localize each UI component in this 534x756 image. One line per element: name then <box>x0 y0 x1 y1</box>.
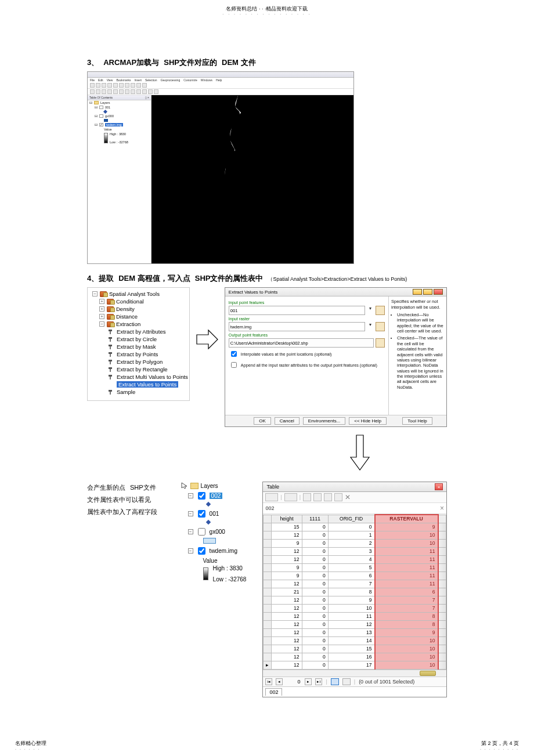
toc-result[interactable]: Layers −002 −001 −gx000 −twdem.img Value… <box>181 482 252 583</box>
environments-button[interactable]: Environments... <box>303 417 346 425</box>
cell-height[interactable]: 9 <box>272 563 302 571</box>
cell-1111[interactable]: 0 <box>302 628 328 636</box>
menu-windows[interactable]: Windows <box>201 78 212 82</box>
arcmap-toolbar[interactable] <box>88 82 353 89</box>
hide-help-button[interactable]: << Hide Help <box>349 417 387 425</box>
close-icon[interactable] <box>434 289 443 295</box>
cell-orig-fid[interactable]: 6 <box>328 571 374 580</box>
menu-selection[interactable]: Selection <box>145 78 157 82</box>
layer-001[interactable]: 001 <box>105 106 110 109</box>
cell-1111[interactable]: 0 <box>302 547 328 555</box>
cell-height[interactable]: 12 <box>272 596 302 604</box>
cell-rastervalu[interactable]: 9 <box>375 523 438 531</box>
prev-record-button[interactable]: ◂ <box>276 678 283 685</box>
layer-twdem[interactable]: twdem.img <box>105 123 123 126</box>
row-selector[interactable] <box>264 645 272 653</box>
row-selector[interactable] <box>264 523 272 531</box>
delete-icon[interactable]: ✕ <box>345 493 351 501</box>
cell-height[interactable]: 12 <box>272 661 302 669</box>
collapse-icon[interactable]: − <box>188 529 193 534</box>
tool-extract-values-to-points[interactable]: Extract Values to Points <box>89 381 188 388</box>
menu-help[interactable]: Help <box>216 78 222 82</box>
row-selector[interactable] <box>264 604 272 612</box>
row-selector[interactable] <box>264 612 272 620</box>
toolbox-root[interactable]: Spatial Analyst Tools <box>109 291 160 297</box>
toolset-conditional[interactable]: Conditional <box>116 298 144 305</box>
chk-append[interactable] <box>231 362 237 368</box>
collapse-icon[interactable]: − <box>92 291 98 296</box>
table-row[interactable]: 90210 <box>264 539 446 547</box>
collapse-icon[interactable]: − <box>188 511 193 516</box>
row-selector[interactable] <box>264 531 272 539</box>
browse-icon[interactable] <box>376 306 385 315</box>
cell-1111[interactable]: 0 <box>302 661 328 669</box>
collapse-icon[interactable]: − <box>188 548 193 554</box>
cell-height[interactable]: 12 <box>272 604 302 612</box>
table-row[interactable]: 12097 <box>264 596 446 604</box>
cell-1111[interactable]: 0 <box>302 620 328 628</box>
tool-sample[interactable]: Sample <box>89 388 188 396</box>
first-record-button[interactable]: ı◂ <box>265 678 272 685</box>
cell-orig-fid[interactable]: 17 <box>328 661 374 669</box>
cell-orig-fid[interactable]: 7 <box>328 580 374 588</box>
next-record-button[interactable]: ▸ <box>305 678 312 685</box>
cell-rastervalu[interactable]: 9 <box>375 628 438 636</box>
col-1111[interactable]: 1111 <box>302 515 328 523</box>
current-record[interactable]: 0 <box>286 679 301 685</box>
cancel-button[interactable]: Cancel <box>275 417 300 425</box>
toc-pin-icon[interactable]: ▯ × <box>145 96 149 99</box>
expand-icon[interactable]: + <box>99 306 104 312</box>
table-row[interactable]: 90511 <box>264 563 446 571</box>
menu-file[interactable]: File <box>90 78 95 82</box>
cell-rastervalu[interactable]: 10 <box>375 531 438 539</box>
menu-bookmarks[interactable]: Bookmarks <box>116 78 131 82</box>
tool-extract-by-points[interactable]: Extract by Points <box>89 350 188 358</box>
switch-selection-icon[interactable] <box>313 493 322 501</box>
col-height[interactable]: height <box>272 515 302 523</box>
clear-selection-icon[interactable] <box>324 493 332 501</box>
input-raster-field[interactable] <box>229 322 365 331</box>
table-row[interactable]: 120139 <box>264 628 446 636</box>
cell-rastervalu[interactable]: 11 <box>375 555 438 563</box>
cell-height[interactable]: 12 <box>272 580 302 588</box>
select-by-attributes-icon[interactable] <box>303 493 311 501</box>
cell-orig-fid[interactable]: 16 <box>328 653 374 661</box>
cell-1111[interactable]: 0 <box>302 563 328 571</box>
cell-orig-fid[interactable]: 0 <box>328 523 374 531</box>
cell-1111[interactable]: 0 <box>302 636 328 645</box>
row-selector[interactable] <box>264 580 272 588</box>
table-row[interactable]: 120128 <box>264 620 446 628</box>
menu-view[interactable]: View <box>107 78 113 82</box>
expand-icon[interactable]: + <box>99 314 104 319</box>
cell-1111[interactable]: 0 <box>302 604 328 612</box>
tool-help-button[interactable]: Tool Help <box>402 417 432 425</box>
cell-rastervalu[interactable]: 11 <box>375 563 438 571</box>
cell-1111[interactable]: 0 <box>302 523 328 531</box>
cell-height[interactable]: 12 <box>272 653 302 661</box>
cell-height[interactable]: 9 <box>272 539 302 547</box>
tool-extract-by-polygon[interactable]: Extract by Polygon <box>89 358 188 366</box>
row-selector[interactable] <box>264 596 272 604</box>
cell-height[interactable]: 12 <box>272 531 302 539</box>
zoom-selected-icon[interactable] <box>334 493 342 501</box>
col-rastervalu[interactable]: RASTERVALU <box>375 515 438 523</box>
cell-1111[interactable]: 0 <box>302 531 328 539</box>
table-row[interactable]: 120118 <box>264 612 446 620</box>
table-row[interactable]: 1201410 <box>264 636 446 645</box>
toolset-density[interactable]: Density <box>116 306 135 312</box>
show-all-button[interactable] <box>331 678 339 685</box>
layer-002-chk[interactable] <box>198 492 205 500</box>
row-selector[interactable] <box>264 620 272 628</box>
table-row[interactable]: 120711 <box>264 580 446 588</box>
cell-height[interactable]: 12 <box>272 628 302 636</box>
cell-rastervalu[interactable]: 10 <box>375 539 438 547</box>
cell-1111[interactable]: 0 <box>302 555 328 563</box>
menu-insert[interactable]: Insert <box>134 78 142 82</box>
output-field[interactable] <box>229 338 374 348</box>
cell-orig-fid[interactable]: 14 <box>328 636 374 645</box>
cell-orig-fid[interactable]: 1 <box>328 531 374 539</box>
arcmap-toc[interactable]: Table Of Contents▯ × ⊟Layers ⊟001 ⊟gx000… <box>88 95 151 263</box>
table-row[interactable]: 120411 <box>264 555 446 563</box>
tool-extract-by-circle[interactable]: Extract by Circle <box>89 335 188 343</box>
table-row[interactable]: 120311 <box>264 547 446 555</box>
